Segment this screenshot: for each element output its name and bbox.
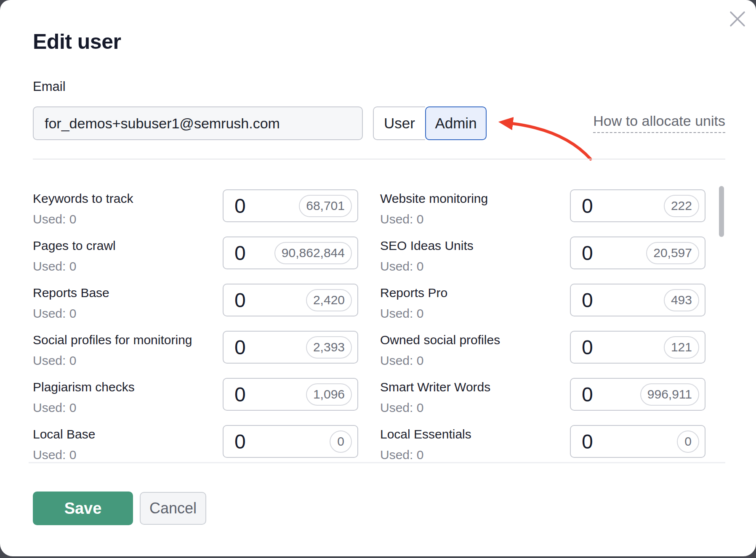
unit-value-input[interactable]: 0 0 [223, 425, 358, 458]
unit-row-local-essentials: Local Essentials Used: 0 0 0 [380, 425, 705, 458]
unit-value-input[interactable]: 0 20,597 [570, 236, 705, 269]
unit-used: Used: 0 [380, 352, 500, 369]
unit-label: SEO Ideas Units [380, 237, 474, 254]
units-column-left: Keywords to track Used: 0 0 68,701 Pages… [33, 189, 358, 458]
unit-value: 0 [582, 430, 593, 453]
close-button[interactable] [727, 9, 748, 29]
units-column-right: Website monitoring Used: 0 0 222 SEO Ide… [380, 189, 705, 458]
unit-value-input[interactable]: 0 90,862,844 [223, 236, 358, 269]
footer-divider [29, 462, 725, 463]
unit-used: Used: 0 [380, 211, 488, 228]
unit-value-input[interactable]: 0 121 [570, 331, 705, 364]
role-admin-button-selected[interactable]: Admin [425, 106, 487, 140]
unit-used: Used: 0 [380, 446, 471, 463]
unit-label: Website monitoring [380, 190, 488, 207]
unit-limit-badge: 68,701 [299, 195, 352, 217]
unit-used: Used: 0 [380, 399, 490, 416]
unit-row-pages-to-crawl: Pages to crawl Used: 0 0 90,862,844 [33, 236, 358, 269]
unit-used: Used: 0 [33, 211, 133, 228]
unit-value: 0 [234, 383, 246, 406]
unit-label: Keywords to track [33, 190, 133, 207]
unit-label: Pages to crawl [33, 237, 116, 254]
unit-label: Local Base [33, 426, 95, 443]
unit-row-owned-social-profiles: Owned social profiles Used: 0 0 121 [380, 331, 705, 364]
red-arrow-annotation [480, 109, 606, 168]
close-icon [728, 10, 747, 28]
unit-value: 0 [234, 194, 246, 218]
unit-value-input[interactable]: 0 996,911 [570, 378, 705, 411]
page-title: Edit user [33, 29, 121, 54]
role-toggle: User Admin [373, 106, 487, 140]
unit-limit-badge: 222 [664, 195, 699, 217]
unit-limit-badge: 0 [330, 430, 352, 453]
unit-value: 0 [582, 336, 593, 359]
unit-value: 0 [582, 194, 593, 218]
unit-limit-badge: 996,911 [640, 383, 699, 406]
unit-value: 0 [234, 289, 246, 312]
unit-value-input[interactable]: 0 1,096 [223, 378, 358, 411]
unit-used: Used: 0 [33, 258, 116, 275]
unit-row-social-profiles-monitoring: Social profiles for monitoring Used: 0 0… [33, 331, 358, 364]
cancel-button[interactable]: Cancel [140, 492, 206, 525]
footer-actions: Save Cancel [33, 492, 206, 525]
unit-value: 0 [582, 289, 593, 312]
unit-value-input[interactable]: 0 2,420 [223, 284, 358, 316]
vertical-scrollbar[interactable] [719, 186, 724, 237]
unit-used: Used: 0 [380, 305, 447, 322]
unit-limit-badge: 0 [677, 430, 699, 453]
email-field[interactable] [33, 106, 363, 140]
header-divider [33, 159, 725, 159]
unit-label: Owned social profiles [380, 332, 500, 348]
unit-used: Used: 0 [33, 399, 135, 416]
unit-row-seo-ideas-units: SEO Ideas Units Used: 0 0 20,597 [380, 236, 705, 269]
unit-label: Local Essentials [380, 426, 471, 443]
unit-value-input[interactable]: 0 222 [570, 189, 705, 222]
unit-value-input[interactable]: 0 0 [570, 425, 705, 458]
unit-label: Smart Writer Words [380, 379, 490, 396]
unit-row-smart-writer-words: Smart Writer Words Used: 0 0 996,911 [380, 378, 705, 411]
unit-label: Plagiarism checks [33, 379, 135, 396]
unit-label: Reports Base [33, 284, 109, 301]
unit-limit-badge: 2,393 [306, 336, 352, 359]
unit-value: 0 [582, 383, 593, 406]
edit-user-modal: Edit user Email User Admin How to alloca… [0, 0, 756, 556]
unit-row-reports-base: Reports Base Used: 0 0 2,420 [33, 284, 358, 316]
unit-value: 0 [234, 242, 246, 265]
units-allocation-area: Keywords to track Used: 0 0 68,701 Pages… [33, 189, 705, 458]
role-user-button[interactable]: User [373, 106, 425, 140]
unit-limit-badge: 20,597 [646, 242, 699, 264]
unit-row-keywords-to-track: Keywords to track Used: 0 0 68,701 [33, 189, 358, 222]
unit-label: Social profiles for monitoring [33, 332, 192, 348]
email-label: Email [33, 79, 66, 94]
unit-limit-badge: 121 [664, 336, 699, 359]
unit-label: Reports Pro [380, 284, 447, 301]
unit-used: Used: 0 [33, 305, 109, 322]
unit-row-reports-pro: Reports Pro Used: 0 0 493 [380, 284, 705, 316]
unit-value-input[interactable]: 0 68,701 [223, 189, 358, 222]
unit-limit-badge: 2,420 [306, 289, 352, 311]
unit-row-local-base: Local Base Used: 0 0 0 [33, 425, 358, 458]
unit-value: 0 [234, 430, 246, 453]
save-button[interactable]: Save [33, 492, 133, 525]
unit-row-plagiarism-checks: Plagiarism checks Used: 0 0 1,096 [33, 378, 358, 411]
unit-limit-badge: 1,096 [306, 383, 352, 406]
unit-row-website-monitoring: Website monitoring Used: 0 0 222 [380, 189, 705, 222]
unit-value: 0 [582, 242, 593, 265]
unit-value-input[interactable]: 0 2,393 [223, 331, 358, 364]
unit-used: Used: 0 [380, 258, 474, 275]
unit-limit-badge: 493 [664, 289, 699, 311]
unit-limit-badge: 90,862,844 [274, 242, 352, 264]
unit-used: Used: 0 [33, 352, 192, 369]
unit-value: 0 [234, 336, 246, 359]
unit-value-input[interactable]: 0 493 [570, 284, 705, 316]
how-to-allocate-units-link[interactable]: How to allocate units [593, 113, 725, 133]
unit-used: Used: 0 [33, 446, 95, 463]
